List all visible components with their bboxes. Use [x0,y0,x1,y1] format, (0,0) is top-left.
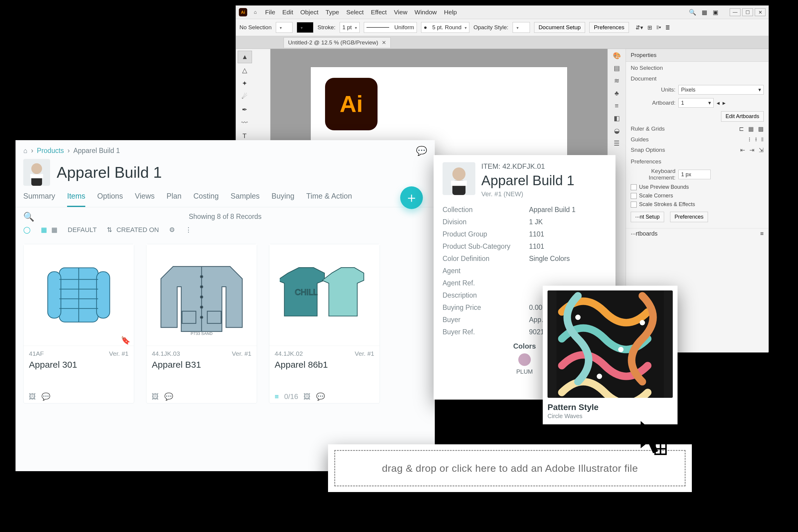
transparency-grid-icon[interactable]: ▩ [758,125,764,132]
appearance-panel-icon[interactable]: ◒ [614,127,620,135]
pen-tool-icon[interactable]: ✒ [238,104,251,116]
prev-artboard-icon[interactable]: ◂ [717,99,720,107]
workspace-icon[interactable]: ▦ [702,8,707,16]
menu-file[interactable]: File [265,8,275,16]
comment-icon[interactable]: 💬 [41,393,51,401]
layers-panel-icon[interactable]: ☰ [614,139,620,147]
menu-type[interactable]: Type [326,8,339,16]
item-card[interactable]: CHILL 44.1JK.02Ver. #1 Apparel 86b1 ≡ 0/… [269,244,380,403]
home-breadcrumb-icon[interactable]: ⌂ [23,147,27,155]
menu-object[interactable]: Object [300,8,319,16]
owner-avatar[interactable] [442,162,475,195]
tab-items[interactable]: Items [67,192,85,207]
swatches-panel-icon[interactable]: ▤ [614,64,620,72]
comment-icon[interactable]: 💬 [316,393,325,401]
view-circle-icon[interactable]: ◯ [23,226,31,234]
brush-select[interactable]: ● 5 pt. Round [421,22,469,33]
bookmark-icon[interactable]: 🔖 [121,336,130,345]
item-card[interactable]: 🔖 41AFVer. #1 Apparel 301 🖼💬 [23,244,134,403]
snap-grid-icon[interactable]: ⇥ [749,147,755,154]
color-panel-icon[interactable]: 🎨 [613,52,621,60]
pattern-card[interactable]: Pattern Style Circle Waves [543,286,678,424]
document-setup-button[interactable]: Document Setup [534,22,585,33]
graphic-styles-panel-icon[interactable]: ◧ [614,115,620,122]
document-tab[interactable]: Untitled-2 @ 12.5 % (RGB/Preview) ✕ [284,37,391,48]
grid-large-icon[interactable]: ▦ [51,226,58,234]
menu-edit[interactable]: Edit [282,8,293,16]
doc-setup-button-2[interactable]: ···nt Setup [631,212,664,222]
scale-corners-checkbox[interactable]: Scale Corners [631,193,764,199]
image-icon[interactable]: 🖼 [304,393,311,401]
filter-created-on[interactable]: CREATED ON [116,226,159,234]
fill-swatch[interactable] [276,22,292,33]
menu-window[interactable]: Window [415,8,437,16]
add-item-fab[interactable]: ＋ [400,186,423,209]
menu-help[interactable]: Help [444,8,457,16]
preferences-button[interactable]: Preferences [589,22,629,33]
stroke-swatch[interactable] [297,22,314,33]
tab-samples[interactable]: Samples [230,192,260,207]
more-icon[interactable]: ⋮ [185,226,192,234]
tab-buying[interactable]: Buying [272,192,294,207]
artboards-collapsed-label[interactable]: ···rtboards [631,230,658,237]
stroke-panel-icon[interactable]: ≡ [615,102,619,110]
comment-icon[interactable]: 💬 [164,393,173,401]
tab-time-action[interactable]: Time & Action [306,192,352,207]
arrange-icon[interactable]: ▣ [713,8,718,16]
ruler-icon[interactable]: ⊏ [739,125,744,132]
image-icon[interactable]: 🖼 [29,393,36,401]
smart-guides-icon[interactable]: ⫴ [761,136,764,143]
transform-icon[interactable]: ⊞ [647,24,652,31]
tab-options[interactable]: Options [97,192,123,207]
preferences-button-2[interactable]: Preferences [670,212,708,222]
menu-view[interactable]: View [394,8,407,16]
tab-views[interactable]: Views [135,192,154,207]
symbols-panel-icon[interactable]: ♣ [614,90,619,97]
panel-menu-icon[interactable]: ≡ [760,230,764,237]
sliders-icon[interactable]: ⚙ [169,226,175,234]
search-icon[interactable]: 🔍 [689,8,696,16]
close-tab-icon[interactable]: ✕ [382,39,386,46]
guides-lock-icon[interactable]: ⫲ [755,136,757,143]
sort-icon[interactable]: ⇅ [107,226,112,234]
maximize-button[interactable]: ☐ [742,8,753,16]
stroke-profile[interactable]: Uniform [364,22,417,33]
guides-show-icon[interactable]: ⫶ [748,136,751,143]
image-icon[interactable]: 🖼 [152,393,159,401]
magic-wand-tool-icon[interactable]: ✦ [238,78,251,90]
menu-select[interactable]: Select [346,8,363,16]
close-button[interactable]: ✕ [755,8,765,16]
next-artboard-icon[interactable]: ▸ [723,99,725,107]
selection-tool-icon[interactable]: ▲ [238,51,252,63]
search-icon[interactable]: 🔍 [23,211,34,222]
home-icon[interactable]: ⌂ [251,8,259,16]
opacity-select[interactable] [513,22,530,33]
curvature-tool-icon[interactable]: 〰 [238,117,251,129]
brushes-panel-icon[interactable]: ≋ [614,77,620,85]
grid-small-icon[interactable]: ▦ [41,226,47,234]
snap-pixel-icon[interactable]: ⇲ [759,147,764,154]
filter-default[interactable]: DEFAULT [68,226,97,234]
properties-tab[interactable]: Properties [626,49,768,62]
chat-icon[interactable]: 💬 [416,146,427,156]
list-icon[interactable]: ≣ [665,24,670,31]
grid-icon[interactable]: ▦ [748,125,754,132]
artboard-select[interactable]: 1▾ [679,98,714,108]
dropzone[interactable]: drag & drop or click here to add an Adob… [334,450,685,486]
item-card[interactable]: P733 SAND 44.1JK.03Ver. #1 Apparel B31 🖼… [146,244,257,403]
keyboard-inc-input[interactable]: 1 px [679,170,710,179]
direct-selection-tool-icon[interactable]: △ [238,64,251,76]
menu-effect[interactable]: Effect [371,8,387,16]
owner-avatar[interactable] [23,159,50,186]
snap-point-icon[interactable]: ⇤ [740,147,745,154]
breadcrumb-products[interactable]: Products [37,147,64,154]
scale-strokes-checkbox[interactable]: Scale Strokes & Effects [631,201,764,208]
minimize-button[interactable]: — [730,8,740,16]
align-group-icon[interactable]: ⫴▾ [657,24,661,31]
align-icon[interactable]: ⇵▾ [635,24,643,31]
stroke-weight[interactable]: 1 pt [340,22,360,33]
lasso-tool-icon[interactable]: ☄ [238,91,251,102]
units-select[interactable]: Pixels▾ [679,85,764,95]
edit-artboards-button[interactable]: Edit Artboards [721,111,764,122]
tab-plan[interactable]: Plan [167,192,182,207]
